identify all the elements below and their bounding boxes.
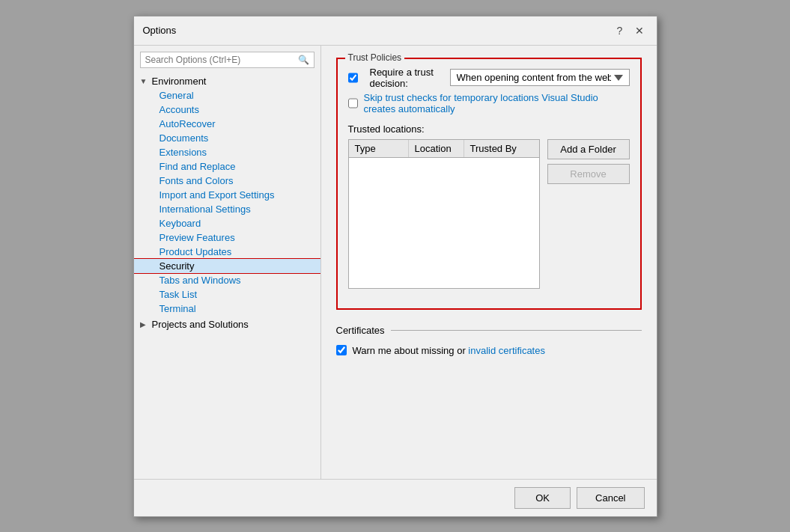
projects-label: Projects and Solutions bbox=[152, 319, 249, 330]
require-trust-label: Require a trust decision: bbox=[370, 67, 444, 89]
skip-row: Skip trust checks for temporary location… bbox=[348, 92, 630, 114]
options-dialog: Options ? ✕ 🔍 ▼ Environment General A bbox=[133, 16, 657, 517]
require-trust-checkbox[interactable] bbox=[348, 73, 358, 83]
tree-item-general[interactable]: General bbox=[134, 88, 320, 103]
environment-arrow: ▼ bbox=[140, 77, 151, 85]
tree-item-task-list[interactable]: Task List bbox=[134, 287, 320, 302]
trusted-locations-label: Trusted locations: bbox=[348, 123, 630, 135]
certificates-label: Certificates bbox=[336, 325, 385, 336]
trusted-area: Type Location Trusted By Add a Folder Re… bbox=[348, 139, 630, 289]
add-folder-button[interactable]: Add a Folder bbox=[547, 139, 630, 159]
tree-item-import-export[interactable]: Import and Export Settings bbox=[134, 188, 320, 202]
tree-item-projects[interactable]: ▶ Projects and Solutions bbox=[134, 317, 320, 331]
trust-policies-legend: Trust Policies bbox=[345, 52, 405, 63]
remove-button[interactable]: Remove bbox=[547, 164, 630, 184]
col-type: Type bbox=[349, 140, 409, 157]
tree-item-security[interactable]: Security bbox=[134, 259, 320, 273]
divider-line bbox=[391, 330, 642, 331]
col-location: Location bbox=[409, 140, 464, 157]
tree-item-fonts-colors[interactable]: Fonts and Colors bbox=[134, 174, 320, 188]
search-input[interactable] bbox=[145, 55, 298, 65]
tree-item-product-updates[interactable]: Product Updates bbox=[134, 245, 320, 259]
tree: ▼ Environment General Accounts AutoRecov… bbox=[134, 74, 320, 473]
tree-item-accounts[interactable]: Accounts bbox=[134, 103, 320, 117]
certificates-divider: Certificates bbox=[336, 325, 642, 336]
ok-button[interactable]: OK bbox=[514, 487, 571, 509]
tree-projects-section: ▶ Projects and Solutions bbox=[134, 317, 320, 331]
environment-label: Environment bbox=[152, 76, 207, 87]
warn-certs-row: Warn me about missing or invalid certifi… bbox=[336, 345, 642, 356]
warn-certs-label: Warn me about missing or invalid certifi… bbox=[353, 345, 545, 356]
left-panel: 🔍 ▼ Environment General Accounts AutoRec… bbox=[134, 46, 321, 479]
help-button[interactable]: ? bbox=[612, 22, 628, 39]
title-bar-buttons: ? ✕ bbox=[612, 22, 648, 39]
tree-environment-section: ▼ Environment General Accounts AutoRecov… bbox=[134, 74, 320, 316]
search-icon: 🔍 bbox=[298, 55, 309, 65]
tree-item-documents[interactable]: Documents bbox=[134, 131, 320, 145]
close-button[interactable]: ✕ bbox=[631, 22, 648, 39]
projects-arrow: ▶ bbox=[140, 320, 151, 328]
skip-trust-checkbox[interactable] bbox=[348, 98, 358, 108]
dialog-title: Options bbox=[143, 25, 177, 36]
title-bar: Options ? ✕ bbox=[134, 16, 657, 46]
tree-item-environment[interactable]: ▼ Environment bbox=[134, 74, 320, 88]
dialog-body: 🔍 ▼ Environment General Accounts AutoRec… bbox=[134, 46, 657, 479]
tree-item-terminal[interactable]: Terminal bbox=[134, 302, 320, 316]
warn-certs-checkbox[interactable] bbox=[336, 345, 347, 355]
tree-item-international[interactable]: International Settings bbox=[134, 202, 320, 216]
tree-item-tabs-windows[interactable]: Tabs and Windows bbox=[134, 273, 320, 287]
trusted-buttons: Add a Folder Remove bbox=[547, 139, 630, 289]
trust-policies-section: Trust Policies Require a trust decision:… bbox=[336, 58, 642, 310]
dialog-footer: OK Cancel bbox=[134, 479, 657, 516]
table-header: Type Location Trusted By bbox=[349, 140, 539, 158]
skip-trust-label: Skip trust checks for temporary location… bbox=[364, 92, 630, 114]
tree-item-extensions[interactable]: Extensions bbox=[134, 145, 320, 159]
tree-item-find-replace[interactable]: Find and Replace bbox=[134, 159, 320, 174]
col-trusted-by: Trusted By bbox=[464, 140, 539, 157]
trust-dropdown[interactable]: When opening content from the web Never … bbox=[450, 69, 630, 86]
tree-item-autorecover[interactable]: AutoRecover bbox=[134, 117, 320, 131]
trusted-table: Type Location Trusted By bbox=[348, 139, 540, 289]
certificates-section: Certificates Warn me about missing or in… bbox=[336, 325, 642, 356]
cancel-button[interactable]: Cancel bbox=[577, 487, 644, 509]
tree-item-keyboard[interactable]: Keyboard bbox=[134, 216, 320, 230]
tree-item-preview-features[interactable]: Preview Features bbox=[134, 230, 320, 245]
table-body bbox=[349, 158, 539, 285]
require-trust-row: Require a trust decision: When opening c… bbox=[348, 67, 630, 89]
search-box[interactable]: 🔍 bbox=[140, 52, 315, 68]
right-panel: Trust Policies Require a trust decision:… bbox=[321, 46, 657, 479]
